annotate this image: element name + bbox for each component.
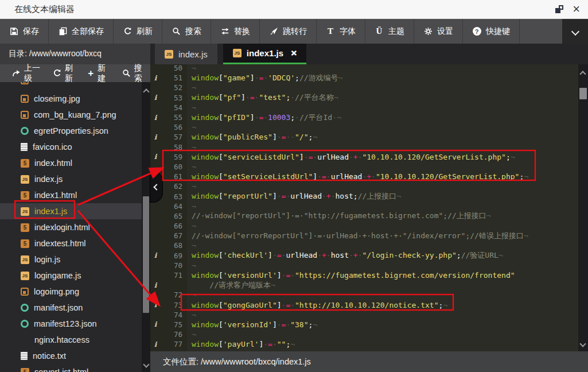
toolbar-button-font[interactable]: T字体 <box>317 19 365 44</box>
editor-scrollbar[interactable] <box>578 64 588 351</box>
toolbar-button-theme[interactable]: Ü主题 <box>365 19 414 44</box>
sidebar-op-new[interactable]: +新建 <box>81 63 115 84</box>
code-text: window["setServiceListdUrl"]·=·urlHead·+… <box>187 172 528 181</box>
status-bar: 文件位置: /www/wwwroot/bxcq/index1.js <box>150 351 588 372</box>
toolbar-button-search[interactable]: 搜索 <box>162 19 211 44</box>
refresh-icon <box>53 69 61 78</box>
js-file-icon: JS <box>233 49 242 57</box>
chevron-down-icon[interactable] <box>581 338 585 348</box>
file-item[interactable]: JSindex1.js <box>0 203 142 219</box>
line-number: 75 <box>161 320 187 329</box>
code-text: ¬ <box>187 202 196 211</box>
code-line[interactable]: i75window['versionId']·=·"38";¬ <box>150 320 578 330</box>
code-line[interactable]: i //请求客户端版本¬ <box>150 280 578 290</box>
code-line[interactable]: i57window["publicRes"]·=··"/";¬ <box>150 132 578 142</box>
toolbar-button-goto-line[interactable]: 跳转行 <box>260 19 317 44</box>
file-item[interactable]: manifest.json <box>0 300 142 316</box>
toolbar-button-hotkeys[interactable]: ?快捷键 <box>463 19 520 44</box>
directory-path: 目录: /www/wwwroot/bxcq <box>9 49 102 59</box>
toolbar-button-replace[interactable]: 替换 <box>211 19 260 44</box>
file-item[interactable]: JSindex.js <box>0 171 142 187</box>
directory-bar: 目录: /www/wwwroot/bxcq <box>0 44 150 64</box>
code-line[interactable]: i55window["pfID"]·=·10003;·//平台Id·¬ <box>150 113 578 122</box>
chevron-up-icon[interactable] <box>581 68 585 79</box>
code-line[interactable]: 54¬ <box>150 103 578 113</box>
code-line[interactable]: i73window["gongGaoUrl"]·=·"http://10.10.… <box>150 300 578 310</box>
code-line[interactable]: 70¬ <box>150 261 578 270</box>
chevron-up-icon[interactable] <box>144 86 149 96</box>
code-line[interactable]: 60¬ <box>150 162 578 172</box>
toolbar-button-refresh[interactable]: 刷新 <box>114 19 162 44</box>
file-item[interactable]: nginx.htaccess <box>0 332 142 348</box>
code-line[interactable]: i59window["serviceListdUrl"]·=·urlHead·+… <box>150 152 578 162</box>
sidebar-collapse-handle[interactable] <box>150 172 162 202</box>
file-list-scrollbar-thumb[interactable] <box>143 196 149 313</box>
sidebar-op-label: 刷新 <box>65 63 75 84</box>
toolbar-expand-button[interactable] <box>562 19 588 44</box>
code-line[interactable]: 71window['versionUrl']·=·"https://fugame… <box>150 270 578 280</box>
code-line[interactable]: 64¬ <box>150 202 578 211</box>
code-editor[interactable]: 50¬i51window["game"]·=·'DDCQ';//游戏编号¬52¬… <box>150 64 578 351</box>
sidebar-op-up-level[interactable]: 上一级 <box>6 63 46 84</box>
tab-index1.js[interactable]: JSindex1.js× <box>223 44 306 64</box>
tab-label: index1.js <box>247 48 283 58</box>
file-item[interactable]: closeimg.jpg <box>0 91 142 107</box>
sidebar-op-search[interactable]: 搜索 <box>116 63 150 84</box>
code-line[interactable]: 63window["reportUrl"]·=·urlHead·+·host;/… <box>150 191 578 201</box>
tab-close-icon[interactable]: × <box>291 50 297 57</box>
code-line[interactable]: 65//·window["reportUrl"]·=·"http://fugam… <box>150 211 578 221</box>
file-item[interactable]: manifest123.json <box>0 316 142 332</box>
code-line[interactable]: 61window["setServiceListdUrl"]·=·urlHead… <box>150 172 578 181</box>
tab-index.js[interactable]: JSindex.js <box>155 44 217 64</box>
code-line[interactable]: 62¬ <box>150 181 578 191</box>
code-line[interactable]: i53window["pf"]·=·"test";·//平台名称¬ <box>150 93 578 103</box>
code-line[interactable]: 76¬ <box>150 330 578 339</box>
chevron-down-icon[interactable] <box>144 359 149 369</box>
html-file-icon: 5 <box>21 191 29 200</box>
code-line[interactable]: i69window['checkUrl']·=·urlHead·+·host·+… <box>150 251 578 261</box>
toolbar-button-save-all[interactable]: 全部保存 <box>49 19 114 44</box>
code-line[interactable]: 74¬ <box>150 310 578 320</box>
js-file-icon: JS <box>21 207 29 216</box>
file-item[interactable]: com_bg_kuang_7.png <box>0 107 142 123</box>
line-number: 60 <box>161 162 187 171</box>
code-line[interactable]: i77window['payUrl']·=·"";¬ <box>150 339 578 349</box>
code-line[interactable]: 56¬ <box>150 122 578 132</box>
file-item[interactable]: JSlogingame.js <box>0 268 142 284</box>
line-number: 52 <box>161 83 187 92</box>
toolbar-button-label: 字体 <box>340 26 356 37</box>
code-line[interactable]: 50¬ <box>150 64 578 73</box>
file-item[interactable]: 5indexlogin.html <box>0 219 142 235</box>
toolbar-button-save[interactable]: 保存 <box>0 19 49 44</box>
sidebar-op-refresh[interactable]: 刷新 <box>46 63 81 84</box>
file-item[interactable]: notice.txt <box>0 348 142 364</box>
json-file-icon <box>21 127 29 135</box>
code-line[interactable]: 67//·window["errorReportUrl"]·=·urlHead·… <box>150 231 578 241</box>
code-line[interactable]: 72¬ <box>150 290 578 300</box>
file-item[interactable]: JSlogin.js <box>0 251 142 268</box>
file-item[interactable]: 5index.html <box>0 155 142 171</box>
code-line[interactable]: 58¬ <box>150 142 578 152</box>
code-line[interactable]: i51window["game"]·=·'DDCQ';//游戏编号¬ <box>150 73 578 83</box>
file-item[interactable]: egretProperties.json <box>0 123 142 139</box>
code-line[interactable]: 52¬ <box>150 83 578 92</box>
file-item[interactable]: favicon.ico <box>0 139 142 155</box>
restore-window-icon[interactable] <box>555 5 563 13</box>
code-text: window['versionUrl']·=·"https://fugamete… <box>187 271 515 280</box>
html-file-icon: 5 <box>21 159 29 168</box>
search-icon <box>122 69 131 78</box>
file-item[interactable]: 5index1.html <box>0 187 142 203</box>
close-window-icon[interactable]: × <box>573 5 580 13</box>
file-item[interactable]: 5serverList.html <box>0 364 142 372</box>
toolbar-button-settings[interactable]: 设置 <box>414 19 463 44</box>
line-number: 68 <box>161 241 187 250</box>
code-line[interactable]: 66¬ <box>150 221 578 231</box>
file-item[interactable] <box>0 82 142 91</box>
file-list-scrollbar[interactable] <box>142 82 150 372</box>
file-item[interactable]: 5indextest.html <box>0 235 142 251</box>
file-name: index1.html <box>34 191 77 200</box>
file-name: manifest.json <box>34 303 83 312</box>
editor-scrollbar-thumb[interactable] <box>579 88 587 99</box>
file-item[interactable]: logoimg.png <box>0 284 142 300</box>
code-line[interactable]: 68¬ <box>150 241 578 250</box>
